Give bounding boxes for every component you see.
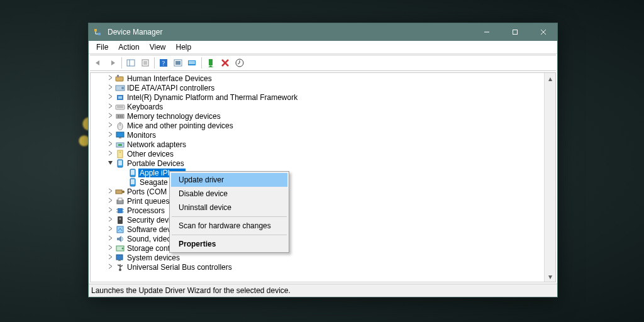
tree-row-label: IDE ATA/ATAPI controllers [126,84,214,92]
tree-row[interactable]: Network adapters [91,140,544,149]
portable-icon [114,159,126,168]
tree-row[interactable]: Software devi [91,225,544,234]
expand-icon[interactable] [106,235,114,242]
menu-file[interactable]: File [91,42,113,53]
context-menu-separator [172,216,287,217]
tree-row[interactable]: Portable Devices [91,158,544,168]
show-hide-tree-icon[interactable] [124,57,138,69]
usb-icon [114,263,126,272]
context-menu-item[interactable]: Properties [171,237,287,251]
tree-row-label: Sound, video [126,235,171,243]
svg-rect-37 [116,132,124,137]
collapse-icon[interactable] [106,160,114,167]
context-menu-item[interactable]: Update driver [171,173,287,187]
scroll-down-icon[interactable]: ▾ [545,271,555,282]
tree-row[interactable]: Storage controllers [91,243,544,253]
expand-icon[interactable] [106,264,114,270]
menu-action[interactable]: Action [113,42,144,53]
minimize-button[interactable] [472,23,501,41]
properties-icon[interactable] [138,57,152,69]
context-menu-item[interactable]: Uninstall device [171,201,287,214]
expand-icon[interactable] [106,197,114,204]
svg-rect-23 [117,75,119,77]
context-menu-item[interactable]: Scan for hardware changes [171,219,287,233]
expand-icon[interactable] [106,103,114,110]
scroll-up-icon[interactable]: ▴ [545,73,555,84]
printer-icon [114,197,126,206]
expand-icon[interactable] [106,226,114,233]
tree-row-label: Print queues [126,197,169,206]
tree-row[interactable]: Ports (COM & [91,187,544,196]
titlebar[interactable]: Device Manager [89,23,557,41]
expand-icon[interactable] [106,254,114,261]
statusbar: Launches the Update Driver Wizard for th… [89,284,557,297]
close-button[interactable] [529,23,557,41]
keyboard-icon [114,103,126,111]
tree-row-label: Human Interface Devices [126,74,212,83]
tree-row[interactable]: Memory technology devices [91,111,544,121]
expand-icon[interactable] [106,75,114,82]
tree-row[interactable]: Seagate E [91,177,544,187]
show-hidden-icon[interactable] [186,57,199,69]
hid-icon [114,74,126,83]
svg-text:?: ? [162,60,165,67]
tree-row[interactable]: Apple iPhone [91,168,544,177]
toolbar-separator [154,57,155,69]
tree-row[interactable]: Human Interface Devices [91,74,544,83]
tree-row[interactable]: Security devic [91,215,544,225]
tree-row[interactable]: Other devices [91,149,544,158]
tree-row[interactable]: Mice and other pointing devices [91,121,544,130]
tree-row[interactable]: System devices [91,253,544,262]
context-menu-item[interactable]: Disable device [171,187,287,201]
app-icon [89,28,106,36]
expand-icon[interactable] [106,245,114,252]
tree-row[interactable]: IDE ATA/ATAPI controllers [91,83,544,92]
svg-rect-0 [94,29,97,31]
expand-icon[interactable] [106,188,114,195]
tree-row[interactable]: Processors [91,206,544,215]
tree-row[interactable]: Intel(R) Dynamic Platform and Thermal Fr… [91,92,544,102]
svg-point-42 [119,152,121,153]
enable-device-icon[interactable] [204,57,218,69]
menu-help[interactable]: Help [171,42,197,53]
expand-icon[interactable] [106,94,114,101]
scan-hardware-icon[interactable] [171,57,185,69]
tree-row[interactable]: Sound, video [91,234,544,243]
other-icon [114,150,126,158]
disable-device-icon[interactable] [218,57,232,69]
update-driver-icon[interactable] [233,57,247,69]
expand-icon[interactable] [106,207,114,214]
expand-icon[interactable] [106,113,114,119]
vertical-scrollbar[interactable]: ▴ ▾ [544,73,555,282]
svg-rect-44 [118,160,122,165]
help-icon[interactable]: ? [157,57,170,69]
maximize-button[interactable] [501,23,529,41]
menubar: File Action View Help [89,41,557,54]
nav-back-icon[interactable] [91,57,105,69]
context-menu-separator [172,235,287,235]
expand-icon[interactable] [106,216,114,223]
expand-icon[interactable] [106,141,114,148]
device-tree[interactable]: Human Interface DevicesIDE ATA/ATAPI con… [91,73,544,282]
toolbar: ? [90,55,556,71]
tree-row[interactable]: Universal Serial Bus controllers [91,262,544,272]
expand-icon[interactable] [106,84,114,91]
tree-row-label: Monitors [126,131,156,140]
expand-icon[interactable] [106,150,114,157]
svg-rect-17 [189,61,195,64]
svg-point-50 [122,191,125,193]
svg-rect-58 [118,216,123,224]
expand-icon[interactable] [106,131,114,138]
context-menu[interactable]: Update driverDisable deviceUninstall dev… [169,171,289,253]
menu-view[interactable]: View [145,42,171,53]
tree-row[interactable]: Monitors [91,130,544,140]
mem-icon [114,113,126,120]
tree-row-label: Processors [126,206,165,215]
nav-forward-icon[interactable] [106,57,119,69]
tree-row[interactable]: Print queues [91,196,544,206]
expand-icon[interactable] [106,122,114,129]
tree-row-label: Portable Devices [126,159,184,168]
mouse-icon [114,121,126,130]
tree-row[interactable]: Keyboards [91,102,544,111]
svg-rect-33 [119,115,121,118]
